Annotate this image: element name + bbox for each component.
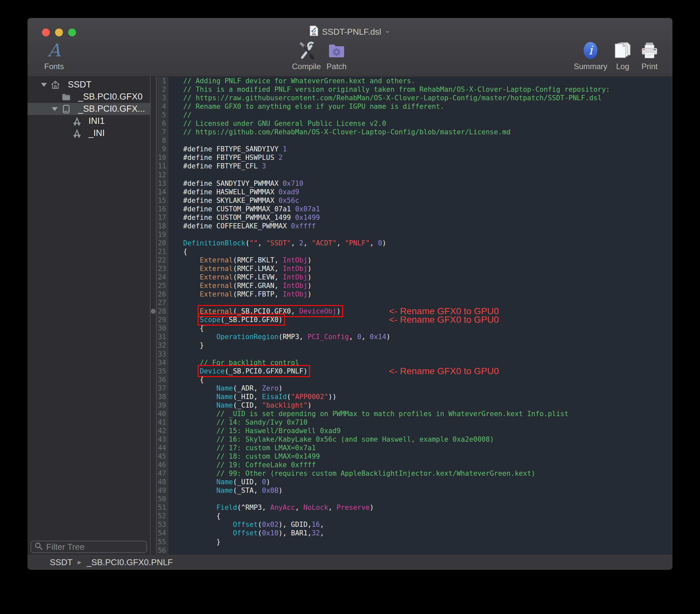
line-number: 50	[156, 495, 168, 503]
code-line[interactable]: 26 External(RMCF.FBTP, IntObj)	[151, 290, 673, 299]
gutter-cell	[151, 529, 156, 537]
line-number: 52	[156, 512, 168, 520]
code-line[interactable]: 51 Field(^RMP3, AnyAcc, NoLock, Preserve…	[151, 503, 673, 512]
code-line[interactable]: 43 // 16: Skylake/KabyLake 0x56c (and so…	[151, 435, 673, 443]
code-line[interactable]: 54 Offset(0x10), BAR1,32,	[151, 529, 673, 537]
code-line[interactable]: 53 Offset(0x02), GDID,16,	[151, 520, 673, 529]
code-line[interactable]: 7// https://github.com/RehabMan/OS-X-Clo…	[151, 128, 673, 136]
method-icon	[72, 116, 82, 126]
code-line[interactable]: 10#define FBTYPE_HSWPLUS 2	[151, 153, 673, 162]
gutter-cell	[151, 77, 156, 85]
code-line[interactable]: 25 External(RMCF.GRAN, IntObj)	[151, 281, 673, 290]
code-line[interactable]: 55 }	[151, 538, 673, 546]
code-line[interactable]: 29 Scope(_SB.PCI0.GFX0)<- Rename GFX0 to…	[151, 315, 673, 324]
code-text: OperationRegion(RMP3, PCI_Config, 0, 0x1…	[168, 333, 673, 341]
fonts-button[interactable]: A Fonts	[33, 40, 75, 71]
line-number: 54	[156, 529, 168, 537]
code-line[interactable]: 16#define CUSTOM_PWMMAX_07a1 0x07a1	[151, 205, 673, 213]
code-line[interactable]: 41 // 14: Sandy/Ivy 0x710	[151, 418, 673, 427]
code-text	[168, 546, 673, 555]
gutter-cell	[151, 520, 156, 529]
code-line[interactable]: 15#define SKYLAKE_PWMMAX 0x56c	[151, 196, 673, 205]
code-line[interactable]: 22 External(RMCF.BKLT, IntObj)	[151, 256, 673, 264]
sidebar-item-ini1[interactable]: INI1	[27, 115, 150, 127]
line-number: 16	[156, 205, 168, 213]
line-number: 20	[156, 239, 168, 247]
code-line[interactable]: 46 // 19: CoffeeLake 0xffff	[151, 461, 673, 469]
disclosure-triangle-icon[interactable]	[41, 83, 47, 87]
code-line[interactable]: 33	[151, 350, 673, 359]
code-line[interactable]: 32 }	[151, 341, 673, 350]
code-line[interactable]: 39 Name(_CID, "backlight")	[151, 401, 673, 410]
gutter-cell	[151, 469, 156, 478]
code-line[interactable]: 44 // 17: custom LMAX=0x7a1	[151, 443, 673, 452]
gutter-cell	[151, 392, 156, 401]
print-button[interactable]: Print	[628, 40, 671, 71]
breadcrumb-root[interactable]: SSDT	[50, 557, 72, 567]
code-line[interactable]: 12	[151, 171, 673, 179]
code-line[interactable]: 50	[151, 495, 673, 503]
window-title-group[interactable]: SSDT-PNLF.dsl ⌄	[27, 26, 673, 38]
code-line[interactable]: 37 Name(_ADR, Zero)	[151, 384, 673, 392]
code-line[interactable]: 8	[151, 136, 673, 145]
code-line[interactable]: 23 External(RMCF.LMAX, IntObj)	[151, 264, 673, 273]
sidebar-item-ssdt[interactable]: SSDT	[27, 79, 150, 91]
sidebar-item--sb-pci0-gfx-[interactable]: _SB.PCI0.GFX...	[27, 103, 150, 115]
code-text: #define FBTYPE_HSWPLUS 2	[168, 153, 673, 162]
code-line[interactable]: 1// Adding PNLF device for WhateverGreen…	[151, 77, 673, 85]
code-line[interactable]: 19	[151, 230, 673, 239]
code-line[interactable]: 21{	[151, 247, 673, 256]
code-text: // https://raw.githubusercontent.com/Reh…	[168, 94, 673, 102]
code-line[interactable]: 52 {	[151, 512, 673, 520]
code-line[interactable]: 3// https://raw.githubusercontent.com/Re…	[151, 94, 673, 102]
filter-tree-input[interactable]	[46, 542, 157, 552]
patch-button[interactable]: Patch	[315, 40, 358, 71]
gutter-cell	[151, 333, 156, 341]
code-line[interactable]: 14#define HASWELL_PWMMAX 0xad9	[151, 188, 673, 196]
code-line[interactable]: 34 // For backlight control	[151, 359, 673, 367]
method-icon	[72, 128, 82, 138]
code-line[interactable]: 38 Name(_HID, EisaId("APP0002"))	[151, 392, 673, 401]
line-number: 32	[156, 341, 168, 350]
code-line[interactable]: 13#define SANDYIVY_PWMMAX 0x710	[151, 179, 673, 188]
code-line[interactable]: 18#define COFFEELAKE_PWMMAX 0xffff	[151, 222, 673, 230]
code-line[interactable]: 56	[151, 546, 673, 555]
breadcrumb-leaf[interactable]: _SB.PCI0.GFX0.PNLF	[87, 557, 173, 567]
code-line[interactable]: 36 {	[151, 375, 673, 384]
code-line[interactable]: 11#define FBTYPE_CFL 3	[151, 162, 673, 171]
code-line[interactable]: 49 Name(_STA, 0x0B)	[151, 486, 673, 495]
sidebar-item--sb-pci0-gfx0[interactable]: _SB.PCI0.GFX0	[27, 91, 150, 103]
rename-highlight-box: Scope(_SB.PCI0.GFX0)	[200, 315, 283, 324]
line-number: 17	[156, 213, 168, 222]
code-line[interactable]: 40 // _UID is set depending on PWMMax to…	[151, 410, 673, 418]
disclosure-triangle-icon[interactable]	[52, 107, 58, 111]
code-line[interactable]: 17#define CUSTOM_PWMMAX_1499 0x1499	[151, 213, 673, 222]
gutter-cell	[151, 418, 156, 427]
gutter-cell	[151, 188, 156, 196]
code-line[interactable]: 35 Device(_SB.PCI0.GFX0.PNLF)<- Rename G…	[151, 367, 673, 375]
code-line[interactable]: 48 Name(_UID, 0)	[151, 478, 673, 486]
compile-tools-icon	[297, 40, 316, 61]
line-number: 11	[156, 162, 168, 171]
line-number: 27	[156, 299, 168, 307]
gutter-cell	[151, 119, 156, 128]
code-line[interactable]: 47 // 99: Other (requires custom AppleBa…	[151, 469, 673, 478]
gutter-cell	[151, 538, 156, 546]
code-line[interactable]: 2// This is a modified PNLF version orig…	[151, 85, 673, 94]
line-number: 1	[156, 77, 168, 85]
code-line[interactable]: 9#define FBTYPE_SANDYIVY 1	[151, 145, 673, 153]
code-line[interactable]: 42 // 15: Haswell/Broadwell 0xad9	[151, 427, 673, 435]
code-editor[interactable]: 1// Adding PNLF device for WhateverGreen…	[151, 77, 673, 555]
code-line[interactable]: 5//	[151, 111, 673, 119]
code-text	[168, 171, 673, 179]
code-line[interactable]: 20DefinitionBlock("", "SSDT", 2, "ACDT",…	[151, 239, 673, 247]
gutter-cell	[151, 256, 156, 264]
sidebar-item--ini[interactable]: _INI	[27, 127, 150, 139]
code-line[interactable]: 30 {	[151, 324, 673, 333]
code-line[interactable]: 4// Rename GFX0 to anything else if your…	[151, 102, 673, 111]
window-header: SSDT-PNLF.dsl ⌄ A Fonts Compile	[27, 18, 673, 77]
code-line[interactable]: 45 // 18: custom LMAX=0x1499	[151, 452, 673, 461]
code-line[interactable]: 6// Licensed under GNU General Public Li…	[151, 119, 673, 128]
code-line[interactable]: 31 OperationRegion(RMP3, PCI_Config, 0, …	[151, 333, 673, 341]
code-line[interactable]: 24 External(RMCF.LEVW, IntObj)	[151, 273, 673, 281]
